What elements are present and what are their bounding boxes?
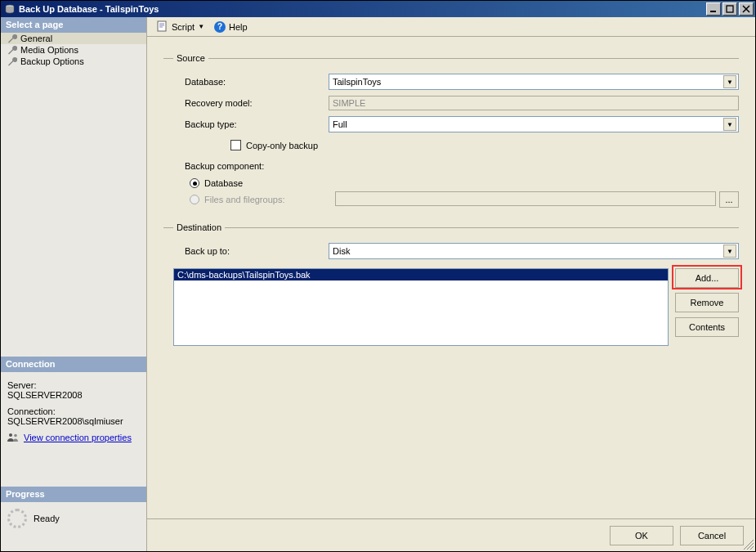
backup-to-combo[interactable]: Disk ▼ bbox=[329, 243, 739, 259]
database-combo[interactable]: TailspinToys ▼ bbox=[329, 74, 739, 90]
chevron-down-icon: ▼ bbox=[198, 23, 204, 30]
destination-path-item[interactable]: C:\dms-backups\TailspinToys.bak bbox=[174, 269, 668, 280]
wrench-icon bbox=[7, 45, 17, 55]
svg-rect-5 bbox=[158, 21, 166, 31]
source-group: Source Database: TailspinToys ▼ Recovery… bbox=[163, 53, 739, 211]
main-panel: Script ▼ ? Help Source Database: bbox=[147, 17, 755, 551]
minimize-button[interactable] bbox=[706, 2, 721, 16]
backup-to-label: Back up to: bbox=[173, 246, 329, 256]
recovery-model-label: Recovery model: bbox=[173, 98, 329, 108]
files-filegroups-field bbox=[335, 191, 716, 206]
server-value: SQLSERVER2008 bbox=[7, 390, 141, 400]
people-icon bbox=[7, 433, 19, 442]
backup-type-value: Full bbox=[333, 119, 347, 129]
browse-files-button: ... bbox=[719, 191, 739, 208]
destination-group: Destination Back up to: Disk ▼ C:\dms- bbox=[163, 222, 739, 346]
destination-legend: Destination bbox=[173, 222, 225, 232]
recovery-model-value: SIMPLE bbox=[333, 98, 365, 108]
connection-header: Connection bbox=[1, 357, 146, 372]
svg-point-3 bbox=[9, 433, 12, 437]
script-button[interactable]: Script ▼ bbox=[154, 19, 208, 35]
backup-type-combo[interactable]: Full ▼ bbox=[329, 116, 739, 132]
content-area: Source Database: TailspinToys ▼ Recovery… bbox=[147, 37, 755, 518]
view-connection-properties-link[interactable]: View connection properties bbox=[24, 433, 132, 442]
sidebar: Select a page General Media Options bbox=[1, 17, 147, 551]
page-item-media-options[interactable]: Media Options bbox=[1, 44, 146, 56]
ok-button[interactable]: OK bbox=[610, 526, 673, 545]
database-label: Database: bbox=[173, 77, 329, 87]
remove-button[interactable]: Remove bbox=[675, 293, 739, 312]
recovery-model-field: SIMPLE bbox=[329, 96, 739, 110]
script-icon bbox=[157, 20, 168, 34]
help-label: Help bbox=[229, 22, 248, 32]
svg-point-4 bbox=[14, 434, 17, 438]
page-item-general[interactable]: General bbox=[1, 33, 146, 44]
chevron-down-icon[interactable]: ▼ bbox=[723, 245, 736, 258]
titlebar: Back Up Database - TailspinToys bbox=[1, 1, 755, 17]
backup-database-window: Back Up Database - TailspinToys Select a… bbox=[0, 0, 756, 552]
radio-circle bbox=[190, 178, 199, 188]
svg-rect-2 bbox=[727, 6, 733, 12]
script-label: Script bbox=[172, 22, 195, 32]
resize-grip[interactable] bbox=[744, 540, 754, 550]
wrench-icon bbox=[7, 34, 17, 43]
page-item-backup-options[interactable]: Backup Options bbox=[1, 56, 146, 67]
progress-header: Progress bbox=[1, 487, 146, 502]
toolbar: Script ▼ ? Help bbox=[147, 17, 755, 37]
connection-label: Connection: bbox=[7, 406, 141, 416]
backup-to-value: Disk bbox=[333, 246, 350, 256]
maximize-button[interactable] bbox=[722, 2, 737, 16]
page-item-label: General bbox=[20, 34, 52, 43]
server-label: Server: bbox=[7, 380, 141, 390]
contents-button[interactable]: Contents bbox=[675, 317, 739, 337]
database-value: TailspinToys bbox=[333, 77, 381, 87]
select-page-header: Select a page bbox=[1, 17, 146, 33]
wrench-icon bbox=[7, 56, 17, 66]
help-button[interactable]: ? Help bbox=[211, 20, 251, 34]
radio-circle bbox=[190, 195, 199, 204]
dialog-footer: OK Cancel bbox=[147, 518, 755, 551]
progress-spinner-icon bbox=[7, 509, 27, 528]
help-icon: ? bbox=[214, 21, 226, 33]
close-button[interactable] bbox=[739, 2, 754, 16]
radio-dot bbox=[193, 182, 197, 186]
chevron-down-icon[interactable]: ▼ bbox=[723, 118, 736, 131]
radio-database-label: Database bbox=[204, 178, 243, 188]
page-item-label: Media Options bbox=[20, 45, 78, 55]
copy-only-label: Copy-only backup bbox=[246, 141, 318, 150]
destination-listbox[interactable]: C:\dms-backups\TailspinToys.bak bbox=[173, 268, 669, 346]
progress-panel: Ready bbox=[1, 502, 146, 535]
source-legend: Source bbox=[173, 53, 208, 63]
chevron-down-icon[interactable]: ▼ bbox=[723, 75, 736, 88]
svg-rect-1 bbox=[710, 11, 716, 12]
cancel-button[interactable]: Cancel bbox=[680, 526, 744, 545]
checkbox-box bbox=[230, 140, 241, 150]
radio-database[interactable]: Database bbox=[190, 178, 739, 188]
window-title: Back Up Database - TailspinToys bbox=[19, 4, 705, 14]
database-icon bbox=[4, 3, 16, 15]
radio-files-label: Files and filegroups: bbox=[204, 195, 284, 204]
backup-component-label: Backup component: bbox=[173, 161, 329, 171]
connection-panel: Server: SQLSERVER2008 Connection: SQLSER… bbox=[1, 372, 146, 454]
page-item-label: Backup Options bbox=[20, 56, 84, 66]
radio-files-filegroups: Files and filegroups: ... bbox=[190, 191, 739, 208]
connection-value: SQLSERVER2008\sqlmiuser bbox=[7, 416, 141, 426]
page-list: General Media Options Backup Options bbox=[1, 33, 146, 67]
copy-only-checkbox[interactable]: Copy-only backup bbox=[230, 140, 739, 150]
progress-status: Ready bbox=[34, 514, 60, 523]
add-button[interactable]: Add... bbox=[675, 268, 739, 288]
window-controls bbox=[705, 2, 754, 16]
backup-type-label: Backup type: bbox=[173, 119, 329, 129]
